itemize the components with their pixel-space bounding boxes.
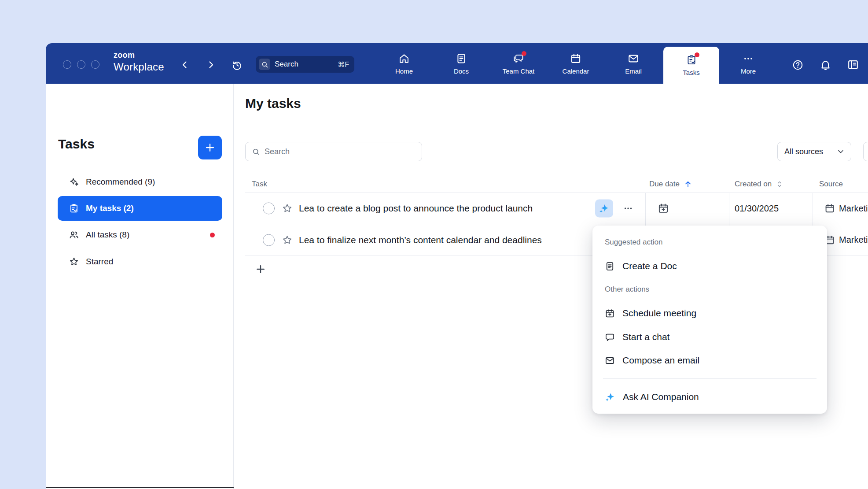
- suggested-action-label: Suggested action: [605, 238, 662, 247]
- notifications-bell-button[interactable]: [817, 56, 834, 74]
- more-icon: [743, 53, 754, 64]
- nav-email[interactable]: Email: [609, 47, 658, 81]
- help-button[interactable]: [789, 56, 806, 74]
- window-minimize-button[interactable]: [77, 60, 85, 69]
- envelope-icon: [605, 356, 615, 366]
- app-window: zoom Workplace Search ⌘F Home Docs Team …: [46, 43, 868, 489]
- sort-toggle-icon: [776, 180, 783, 188]
- task-complete-checkbox[interactable]: [263, 234, 275, 246]
- filter-extra-button[interactable]: [863, 142, 868, 161]
- tasks-notification-dot: [695, 52, 699, 57]
- add-task-button[interactable]: [198, 136, 222, 159]
- home-icon: [398, 53, 410, 64]
- docs-icon: [456, 53, 467, 64]
- search-icon: [259, 59, 270, 70]
- top-header: zoom Workplace Search ⌘F Home Docs Team …: [46, 43, 868, 84]
- column-header-task: Task: [252, 175, 267, 193]
- window-expand-button[interactable]: [91, 60, 99, 69]
- tasks-search-box: [245, 142, 422, 161]
- task-title[interactable]: Lea to create a blog post to announce th…: [299, 203, 533, 214]
- task-title[interactable]: Lea to finalize next month’s content cal…: [299, 235, 542, 245]
- page-title: My tasks: [245, 96, 301, 111]
- task-source: Marketing: [824, 203, 868, 214]
- star-icon: [69, 256, 79, 267]
- task-more-button[interactable]: [619, 200, 637, 217]
- calendar-panel-button[interactable]: [844, 56, 862, 74]
- sort-ascending-icon: [684, 180, 692, 189]
- forward-button[interactable]: [203, 57, 219, 73]
- calendar-icon: [570, 53, 581, 64]
- column-header-created-on[interactable]: Created on: [735, 175, 783, 193]
- task-check-icon: [69, 203, 79, 214]
- window-controls: [63, 60, 99, 69]
- calendar-icon: [824, 203, 835, 214]
- task-created-on: 01/30/2025: [735, 204, 779, 214]
- chevron-down-icon: [836, 147, 845, 156]
- menu-item-create-a-doc[interactable]: Create a Doc: [597, 256, 823, 276]
- tasks-icon: [686, 54, 697, 66]
- column-header-due-date[interactable]: Due date: [649, 175, 692, 193]
- ai-actions-context-menu: Suggested action Create a Doc Other acti…: [592, 226, 827, 414]
- ai-companion-actions-button[interactable]: [595, 200, 613, 218]
- search-shortcut: ⌘F: [338, 60, 349, 69]
- people-icon: [69, 230, 79, 240]
- nav-team-chat[interactable]: Team Chat: [494, 47, 543, 81]
- menu-divider: [603, 378, 817, 379]
- nav-tasks-active-tab[interactable]: Tasks: [663, 47, 719, 84]
- global-search-placeholder: Search: [275, 60, 333, 69]
- sparkle-icon: [69, 177, 79, 187]
- task-complete-checkbox[interactable]: [263, 203, 275, 215]
- window-bottom-edge: [46, 487, 234, 488]
- add-due-date-button[interactable]: [654, 200, 673, 217]
- tasks-search-input[interactable]: [265, 147, 416, 156]
- sidebar-title: Tasks: [58, 137, 95, 152]
- tasks-sidebar: Tasks Recommended (9) My tasks (2) All t…: [46, 84, 234, 489]
- menu-item-schedule-meeting[interactable]: Schedule meeting: [597, 303, 823, 323]
- all-tasks-notification-dot: [210, 233, 215, 237]
- task-star-toggle[interactable]: [282, 234, 293, 245]
- menu-item-ask-ai-companion[interactable]: Ask AI Companion: [597, 387, 823, 407]
- nav-more[interactable]: More: [724, 47, 772, 81]
- other-actions-label: Other actions: [605, 285, 649, 294]
- logo-workplace-text: Workplace: [114, 62, 164, 72]
- team-chat-icon: [513, 53, 524, 64]
- table-row: Lea to create a blog post to announce th…: [245, 193, 868, 224]
- column-header-source: Source: [819, 175, 843, 193]
- doc-icon: [605, 261, 615, 271]
- logo-zoom-text: zoom: [114, 51, 164, 59]
- calendar-plus-icon: [605, 308, 615, 319]
- search-icon: [252, 148, 260, 156]
- add-task-row-button[interactable]: [252, 260, 269, 278]
- nav-calendar[interactable]: Calendar: [552, 47, 600, 81]
- task-source: Marketing: [824, 235, 868, 245]
- all-sources-dropdown[interactable]: All sources: [777, 142, 851, 161]
- table-header-row: Task Due date Created on Source: [245, 175, 868, 193]
- window-close-button[interactable]: [63, 60, 71, 69]
- ai-companion-icon: [605, 392, 615, 402]
- sidebar-item-all-tasks[interactable]: All tasks (8): [58, 222, 222, 247]
- task-star-toggle[interactable]: [282, 203, 293, 214]
- email-icon: [628, 53, 639, 64]
- all-sources-value: All sources: [784, 147, 823, 156]
- global-search[interactable]: Search ⌘F: [256, 56, 354, 73]
- team-chat-notification-dot: [522, 51, 526, 56]
- history-button[interactable]: [229, 57, 245, 73]
- nav-home[interactable]: Home: [380, 47, 428, 81]
- menu-item-compose-an-email[interactable]: Compose an email: [597, 350, 823, 370]
- zoom-workplace-logo: zoom Workplace: [114, 51, 164, 72]
- nav-docs[interactable]: Docs: [437, 47, 485, 81]
- sidebar-item-recommended[interactable]: Recommended (9): [58, 170, 222, 194]
- menu-item-start-a-chat[interactable]: Start a chat: [597, 327, 823, 347]
- sidebar-item-starred[interactable]: Starred: [58, 249, 222, 274]
- back-button[interactable]: [177, 57, 193, 73]
- chat-bubble-icon: [605, 332, 615, 342]
- sidebar-item-my-tasks[interactable]: My tasks (2): [58, 196, 222, 221]
